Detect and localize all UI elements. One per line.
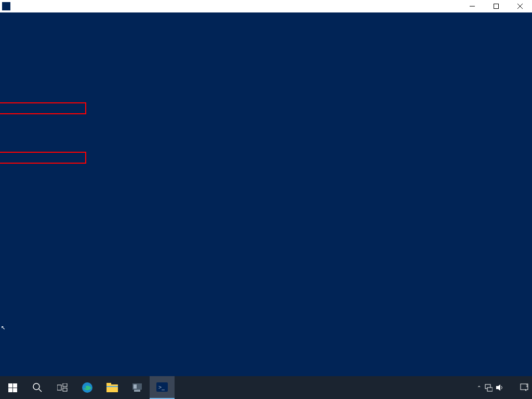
server-manager-icon xyxy=(131,382,143,393)
maximize-icon xyxy=(494,4,499,9)
svg-rect-23 xyxy=(487,388,493,391)
svg-rect-11 xyxy=(63,383,67,387)
svg-rect-14 xyxy=(107,384,118,392)
server-manager-taskbar-button[interactable] xyxy=(125,376,150,399)
task-view-icon xyxy=(57,383,68,392)
search-icon xyxy=(32,382,43,393)
minimize-icon xyxy=(470,4,475,9)
svg-text:>_: >_ xyxy=(158,384,165,390)
svg-rect-5 xyxy=(13,383,17,388)
tray-chevron-up-icon[interactable]: ⌃ xyxy=(477,385,481,391)
close-button[interactable] xyxy=(508,0,532,12)
mouse-cursor-icon: ↖ xyxy=(1,322,5,332)
close-icon xyxy=(517,4,523,9)
task-view-button[interactable] xyxy=(50,376,75,399)
volume-icon[interactable] xyxy=(496,384,504,391)
svg-rect-16 xyxy=(107,386,118,387)
taskbar: >_ ⌃ 1 xyxy=(0,376,532,399)
svg-rect-4 xyxy=(8,383,12,388)
search-button[interactable] xyxy=(25,376,50,399)
minimize-button[interactable] xyxy=(460,0,484,12)
edge-icon xyxy=(82,382,93,393)
start-button[interactable] xyxy=(0,376,25,399)
svg-rect-7 xyxy=(13,388,17,392)
svg-point-8 xyxy=(33,383,39,390)
edge-taskbar-button[interactable] xyxy=(75,376,100,399)
svg-text:1: 1 xyxy=(526,383,528,388)
svg-rect-19 xyxy=(134,384,137,389)
watermark xyxy=(490,324,501,376)
system-tray: ⌃ 1 xyxy=(477,383,532,392)
highlighted-row-os-config xyxy=(2,103,530,113)
notifications-icon[interactable]: 1 xyxy=(520,383,529,392)
svg-line-9 xyxy=(39,389,42,392)
powershell-taskbar-button[interactable]: >_ xyxy=(150,376,175,399)
windows-icon xyxy=(8,383,17,392)
svg-rect-18 xyxy=(134,390,140,392)
svg-marker-26 xyxy=(525,390,526,391)
terminal-pane[interactable]: ↖ xyxy=(0,12,532,376)
svg-rect-12 xyxy=(63,388,67,391)
network-icon[interactable] xyxy=(484,383,493,392)
powershell-icon: >_ xyxy=(156,382,168,392)
svg-rect-1 xyxy=(494,4,499,9)
svg-marker-24 xyxy=(496,384,500,391)
svg-rect-15 xyxy=(107,383,111,385)
highlighted-row-domain xyxy=(2,153,530,163)
folder-icon xyxy=(107,383,118,392)
explorer-taskbar-button[interactable] xyxy=(100,376,125,399)
titlebar xyxy=(0,0,532,12)
svg-rect-6 xyxy=(8,388,12,392)
maximize-button[interactable] xyxy=(484,0,508,12)
app-icon xyxy=(2,2,10,10)
svg-rect-10 xyxy=(57,385,61,390)
